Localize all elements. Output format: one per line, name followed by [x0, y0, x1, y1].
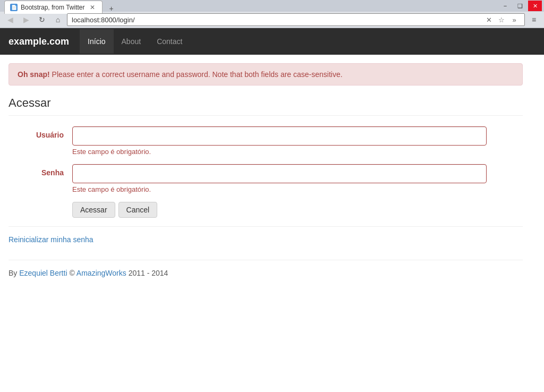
tab-title: Bootstrap, from Twitter: [21, 4, 85, 11]
footer-year-range: 2011 - 2014: [129, 269, 168, 277]
tab-bar: 📄 Bootstrap, from Twitter ✕ +: [2, 0, 118, 14]
forward-button[interactable]: ▶: [19, 13, 33, 26]
form-title: Acessar: [8, 96, 523, 116]
navbar-brand[interactable]: example.com: [8, 36, 69, 47]
browser-chrome: 📄 Bootstrap, from Twitter ✕ + − ❑ ✕ ◀ ▶ …: [0, 0, 544, 28]
reload-button[interactable]: ↻: [35, 13, 49, 26]
browser-tab[interactable]: 📄 Bootstrap, from Twitter ✕: [4, 1, 103, 14]
bookmark-star-icon[interactable]: ☆: [496, 14, 507, 25]
password-input[interactable]: [72, 164, 487, 183]
form-buttons: Acessar Cancel: [72, 202, 523, 218]
nav-link-inicio[interactable]: Início: [80, 29, 113, 54]
password-field-container: Este campo é obrigatório.: [72, 164, 487, 193]
navbar-nav: Início About Contact: [80, 29, 190, 54]
password-label: Senha: [8, 164, 72, 177]
footer-separator: ©: [69, 269, 76, 277]
extend-icon[interactable]: »: [508, 14, 520, 25]
new-tab-button[interactable]: +: [105, 3, 118, 14]
nav-link-contact[interactable]: Contact: [149, 29, 190, 54]
close-button[interactable]: ✕: [528, 1, 542, 11]
title-bar: 📄 Bootstrap, from Twitter ✕ + − ❑ ✕: [0, 0, 544, 12]
window-controls: − ❑ ✕: [498, 1, 542, 11]
browser-menu-button[interactable]: ≡: [527, 13, 541, 26]
url-text: localhost:8000/login/: [72, 16, 481, 24]
navbar: example.com Início About Contact: [0, 28, 544, 55]
alert-prefix: Oh snap!: [18, 70, 50, 79]
address-bar[interactable]: localhost:8000/login/ ✕ ☆ »: [67, 13, 525, 26]
error-alert: Oh snap! Please enter a correct username…: [8, 63, 523, 86]
username-input[interactable]: [72, 126, 487, 146]
footer-prefix: By: [8, 269, 19, 277]
submit-button[interactable]: Acessar: [72, 202, 115, 218]
minimize-button[interactable]: −: [498, 1, 512, 11]
username-field-container: Este campo é obrigatório.: [72, 126, 487, 156]
username-form-group: Usuário Este campo é obrigatório.: [8, 126, 523, 156]
address-bar-row: ◀ ▶ ↻ ⌂ localhost:8000/login/ ✕ ☆ » ≡: [0, 12, 544, 28]
username-label: Usuário: [8, 126, 72, 139]
cancel-button[interactable]: Cancel: [118, 202, 158, 218]
back-button[interactable]: ◀: [3, 13, 17, 26]
footer: By Ezequiel Bertti © AmazingWorks 2011 -…: [8, 260, 523, 277]
clear-url-button[interactable]: ✕: [483, 14, 495, 25]
footer-author-link[interactable]: Ezequiel Bertti: [19, 269, 67, 277]
reset-password-link[interactable]: Reinicializar minha senha: [8, 235, 94, 244]
page-content: Oh snap! Please enter a correct username…: [0, 55, 531, 286]
nav-item-inicio[interactable]: Início: [80, 29, 113, 54]
footer-company-link[interactable]: AmazingWorks: [76, 269, 126, 277]
reset-link-container: Reinicializar minha senha: [8, 226, 523, 244]
address-actions: ✕ ☆ »: [483, 14, 520, 25]
nav-link-about[interactable]: About: [114, 29, 149, 54]
alert-message: Please enter a correct username and pass…: [52, 70, 343, 79]
password-error-message: Este campo é obrigatório.: [72, 185, 487, 193]
username-error-message: Este campo é obrigatório.: [72, 148, 487, 156]
tab-close-button[interactable]: ✕: [88, 3, 97, 12]
login-form: Usuário Este campo é obrigatório. Senha …: [8, 126, 523, 218]
password-form-group: Senha Este campo é obrigatório.: [8, 164, 523, 193]
restore-button[interactable]: ❑: [513, 1, 527, 11]
home-button[interactable]: ⌂: [51, 13, 65, 26]
tab-favicon-icon: 📄: [10, 4, 18, 11]
nav-item-about[interactable]: About: [114, 29, 149, 54]
nav-item-contact[interactable]: Contact: [149, 29, 190, 54]
